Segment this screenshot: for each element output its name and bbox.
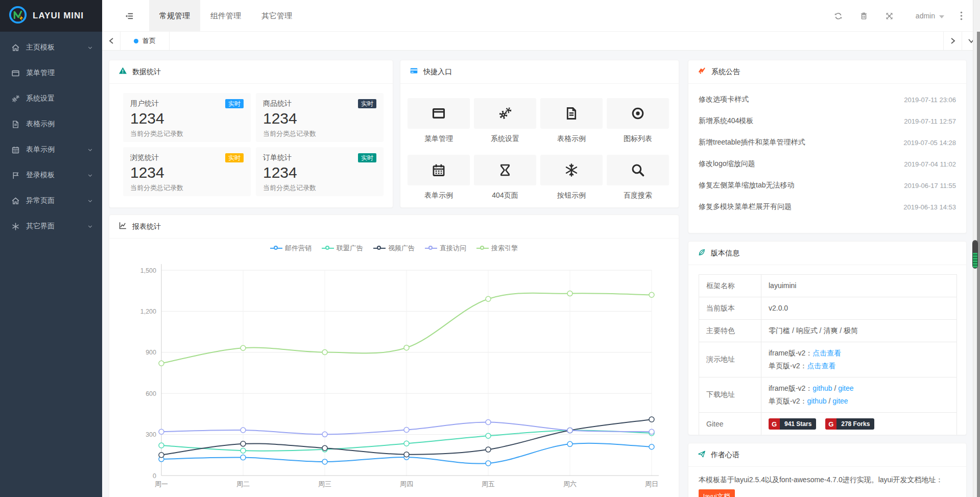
stat-label: 浏览统计 [130, 153, 159, 162]
quick-item-baidu-search[interactable]: 百度搜索 [607, 155, 669, 200]
quick-item-buttons[interactable]: 按钮示例 [540, 155, 603, 200]
nav-tab-general[interactable]: 常规管理 [149, 0, 200, 32]
quick-grid: 菜单管理 系统设置 表格示例 图标列表 表单示例 [400, 84, 679, 200]
card-version-info: 版本信息 框架名称layuimini 当前版本v2.0.0 主要特色零门槛 / … [688, 241, 967, 435]
download-gitee-link[interactable]: gitee [838, 384, 853, 392]
quick-item-table[interactable]: 表格示例 [540, 98, 603, 144]
legend-item[interactable]: 联盟广告 [322, 244, 363, 253]
user-dropdown[interactable]: admin [902, 12, 953, 20]
chevron-down-icon [87, 198, 93, 204]
legend-item[interactable]: 搜索引擎 [476, 244, 518, 253]
clear-cache-icon[interactable] [851, 0, 877, 32]
refresh-icon[interactable] [826, 0, 851, 32]
quick-item-form[interactable]: 表单示例 [408, 155, 470, 200]
megaphone-icon [698, 66, 706, 77]
row-value: iframe版-v2：github / gitee 单页版-v2：github … [761, 377, 957, 413]
notice-item[interactable]: 修改选项卡样式2019-07-11 23:06 [699, 89, 956, 110]
row-value: iframe版-v2：点击查看 单页版-v2：点击查看 [761, 342, 957, 377]
gitee-icon: G [769, 418, 780, 430]
layui-doc-badge[interactable]: layui文档 [699, 489, 735, 497]
gitee-stars-badge[interactable]: G941 Stars [769, 418, 816, 430]
status-badge: 实时 [358, 153, 376, 162]
legend-item[interactable]: 邮件营销 [270, 244, 312, 253]
quick-item-icons[interactable]: 图标列表 [607, 98, 669, 144]
row-label: 演示地址 [699, 342, 761, 377]
download-github-link[interactable]: github [812, 384, 832, 392]
status-badge: 实时 [225, 99, 244, 108]
svg-text:1,200: 1,200 [140, 308, 156, 315]
sidebar-item-login-template[interactable]: 登录模板 [0, 162, 102, 188]
svg-text:周四: 周四 [400, 480, 413, 488]
sidebar-item-table-example[interactable]: 表格示例 [0, 111, 102, 137]
quick-item-label: 菜单管理 [408, 134, 470, 144]
warning-triangle-icon [118, 66, 127, 77]
sidebar-item-label: 登录模板 [26, 171, 55, 180]
report-chart: 03006009001,2001,500周一周二周三周四周五周六周日 [114, 256, 675, 497]
report-chart-svg: 03006009001,2001,500周一周二周三周四周五周六周日 [114, 256, 675, 497]
chevron-down-icon [87, 45, 93, 51]
header-actions: admin [826, 0, 969, 32]
brand-title: LAYUI MINI [33, 11, 84, 21]
notice-item[interactable]: 新增treetable插件和菜单管理样式2019-07-05 14:28 [699, 132, 956, 153]
table-row: Github Star 1,419 Fork 440 [699, 435, 957, 436]
sidebar-item-menu-management[interactable]: 菜单管理 [0, 60, 102, 86]
row-label: 框架名称 [699, 275, 761, 297]
legend-item[interactable]: 直接访问 [425, 244, 466, 253]
notice-item[interactable]: 修改logo缩放问题2019-07-04 11:02 [699, 153, 956, 175]
author-line1: 本模板基于layui2.5.4以及font-awesome-4.7.0进行实现。… [699, 476, 943, 484]
quick-item-settings[interactable]: 系统设置 [474, 98, 536, 144]
row-value: G941 Stars G278 Forks [761, 413, 957, 435]
card-header: 报表统计 [109, 215, 679, 239]
notice-text: 修改选项卡样式 [699, 95, 749, 104]
row-label: Gitee [699, 413, 761, 435]
stat-desc: 当前分类总记录数 [263, 129, 376, 138]
row-value: 零门槛 / 响应式 / 清爽 / 极简 [761, 320, 957, 342]
chart-legend: 邮件营销 联盟广告 视频广告 直接访问 搜索引擎 [109, 244, 679, 253]
notice-text: 新增treetable插件和菜单管理样式 [699, 138, 805, 147]
sidebar-item-other-pages[interactable]: 其它界面 [0, 214, 102, 239]
download-github-link[interactable]: github [807, 397, 826, 405]
scrollbar-thumb[interactable] [972, 240, 978, 269]
sidebar-item-form-example[interactable]: 表单示例 [0, 137, 102, 162]
tab-scroll-left-icon[interactable] [102, 32, 121, 50]
legend-marker [425, 248, 437, 249]
stat-box-users: 用户统计实时 1234 当前分类总记录数 [123, 93, 251, 142]
legend-item[interactable]: 视频广告 [373, 244, 415, 253]
main-content: 数据统计 用户统计实时 1234 当前分类总记录数 商品统计实时 1234 当前… [102, 51, 980, 497]
table-row: 主要特色零门槛 / 响应式 / 清爽 / 极简 [699, 320, 957, 342]
table-row: Gitee G941 Stars G278 Forks [699, 413, 957, 435]
demo-link-iframe[interactable]: 点击查看 [812, 349, 841, 357]
download-gitee-link[interactable]: gitee [832, 397, 848, 405]
nav-tab-other[interactable]: 其它管理 [251, 0, 302, 32]
demo-link-spa[interactable]: 点击查看 [807, 362, 835, 370]
brand-logo[interactable]: LAYUI MINI [0, 0, 102, 32]
sidebar-item-system-settings[interactable]: 系统设置 [0, 86, 102, 111]
version-table: 框架名称layuimini 当前版本v2.0.0 主要特色零门槛 / 响应式 /… [699, 274, 957, 435]
sidebar-item-error-pages[interactable]: 异常页面 [0, 188, 102, 214]
file-icon [540, 98, 603, 129]
notice-item[interactable]: 修复左侧菜单缩放tab无法移动2019-06-17 11:55 [699, 175, 956, 196]
layui-logo-icon [8, 5, 28, 27]
card-report-statistics: 报表统计 邮件营销 联盟广告 视频广告 直接访问 搜索引擎 0300600900… [109, 215, 679, 497]
line-chart-icon [118, 221, 127, 232]
sidebar-menu: 主页模板 菜单管理 系统设置 表格示例 表单示例 登录 [0, 32, 102, 239]
fullscreen-icon[interactable] [877, 0, 902, 32]
notice-item[interactable]: 新增系统404模板2019-07-11 12:57 [699, 110, 956, 132]
card-title: 作者心语 [711, 451, 739, 460]
legend-marker [373, 248, 386, 249]
notice-date: 2019-06-17 11:55 [904, 182, 956, 190]
notice-item[interactable]: 修复多模块菜单栏展开有问题2019-06-13 14:53 [699, 196, 956, 218]
tab-home[interactable]: 首页 [121, 32, 170, 50]
sidebar-item-home-template[interactable]: 主页模板 [0, 35, 102, 60]
gitee-forks-badge[interactable]: G278 Forks [825, 418, 874, 430]
more-menu-icon[interactable] [953, 0, 969, 32]
notice-date: 2019-07-05 14:28 [903, 139, 956, 147]
notice-text: 新增系统404模板 [699, 116, 753, 126]
nav-tab-components[interactable]: 组件管理 [200, 0, 251, 32]
quick-item-menu[interactable]: 菜单管理 [408, 98, 470, 144]
quick-item-404[interactable]: 404页面 [474, 155, 536, 200]
row-label: Github [699, 435, 761, 436]
quick-item-label: 表格示例 [540, 134, 603, 144]
tab-scroll-right-icon[interactable] [943, 32, 962, 50]
collapse-sidebar-icon[interactable] [116, 0, 142, 32]
